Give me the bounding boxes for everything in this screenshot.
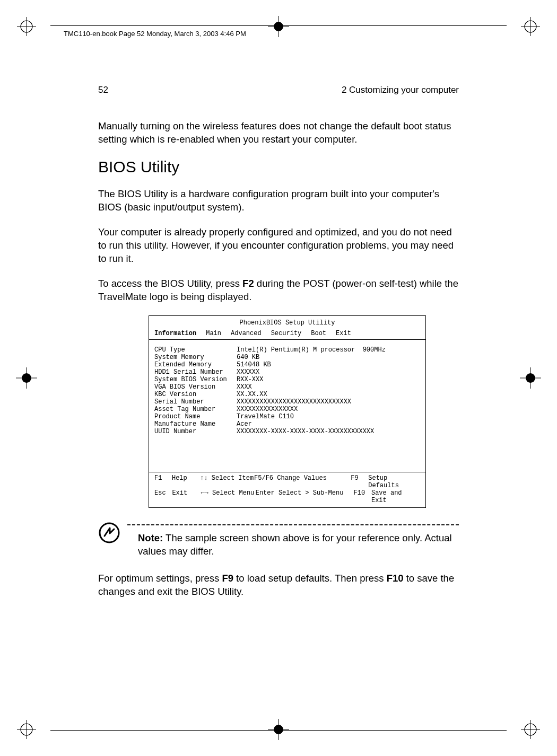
paragraph: For optimum settings, press F9 to load s…	[98, 572, 459, 599]
source-file-header: TMC110-en.book Page 52 Monday, March 3, …	[64, 30, 246, 38]
note-label: Note:	[138, 532, 163, 543]
note-icon	[98, 522, 120, 544]
bios-body: CPU TypeIntel(R) Pentium(R) M processor …	[149, 340, 425, 472]
bios-row: Asset Tag NumberXXXXXXXXXXXXXXXX	[154, 406, 420, 413]
note-divider	[127, 524, 459, 525]
bios-title: PhoenixBIOS Setup Utility	[149, 316, 425, 329]
note-block: Note: The sample screen shown above is f…	[98, 524, 459, 558]
bios-row: KBC VersionXX.XX.XX	[154, 391, 420, 398]
bios-tab-advanced: Advanced	[231, 330, 262, 337]
page-content: 52 2 Customizing your computer Manually …	[98, 85, 459, 610]
chapter-title: 2 Customizing your computer	[342, 85, 459, 95]
key-f10: F10	[387, 573, 404, 584]
bios-row: System Memory640 KB	[154, 354, 420, 361]
section-heading: BIOS Utility	[98, 158, 459, 176]
note-text: Note: The sample screen shown above is f…	[138, 532, 459, 558]
crop-mark-icon	[267, 718, 290, 741]
crop-mark-icon	[267, 15, 290, 38]
paragraph: Your computer is already properly config…	[98, 226, 459, 266]
bios-row: Manufacture NameAcer	[154, 420, 420, 428]
bios-footer: F1 Help ↑↓ Select Item F5/F6 Change Valu…	[149, 472, 425, 507]
page: TMC110-en.book Page 52 Monday, March 3, …	[0, 0, 557, 756]
crop-mark-icon	[15, 718, 38, 741]
bios-tab-main: Main	[206, 330, 221, 337]
bios-tab-exit: Exit	[336, 330, 351, 337]
page-number: 52	[98, 85, 108, 95]
bios-row: System BIOS VersionRXX-XXX	[154, 376, 420, 383]
paragraph: Manually turning on the wireless feature…	[98, 120, 459, 146]
crop-mark-icon	[519, 366, 542, 390]
bios-row: Extended Memory514048 KB	[154, 361, 420, 368]
bios-tab-security: Security	[271, 330, 302, 337]
crop-mark-icon	[519, 718, 542, 741]
crop-rule-bottom	[50, 730, 507, 731]
bios-row: VGA BIOS VersionXXXX	[154, 383, 420, 391]
bios-tab-boot: Boot	[311, 330, 326, 337]
key-f2: F2	[242, 278, 254, 289]
key-f9: F9	[222, 573, 233, 584]
crop-mark-icon	[15, 15, 38, 38]
bios-screenshot: PhoenixBIOS Setup Utility Information Ma…	[149, 315, 426, 508]
bios-row: UUID NumberXXXXXXXX-XXXX-XXXX-XXXX-XXXXX…	[154, 428, 420, 435]
bios-row: Product NameTravelMate C110	[154, 413, 420, 420]
bios-tab-bar: Information Main Advanced Security Boot …	[149, 329, 425, 340]
bios-row: CPU TypeIntel(R) Pentium(R) M processor …	[154, 346, 420, 354]
crop-mark-icon	[519, 15, 542, 38]
crop-mark-icon	[15, 366, 38, 390]
paragraph: To access the BIOS Utility, press F2 dur…	[98, 277, 459, 304]
bios-tab-information: Information	[154, 330, 196, 337]
paragraph: The BIOS Utility is a hardware configura…	[98, 188, 459, 214]
running-header: 52 2 Customizing your computer	[98, 85, 459, 95]
bios-row: HDD1 Serial NumberXXXXXX	[154, 368, 420, 376]
crop-rule-top	[50, 25, 507, 26]
bios-row: Serial NumberXXXXXXXXXXXXXXXXXXXXXXXXXXX…	[154, 398, 420, 406]
